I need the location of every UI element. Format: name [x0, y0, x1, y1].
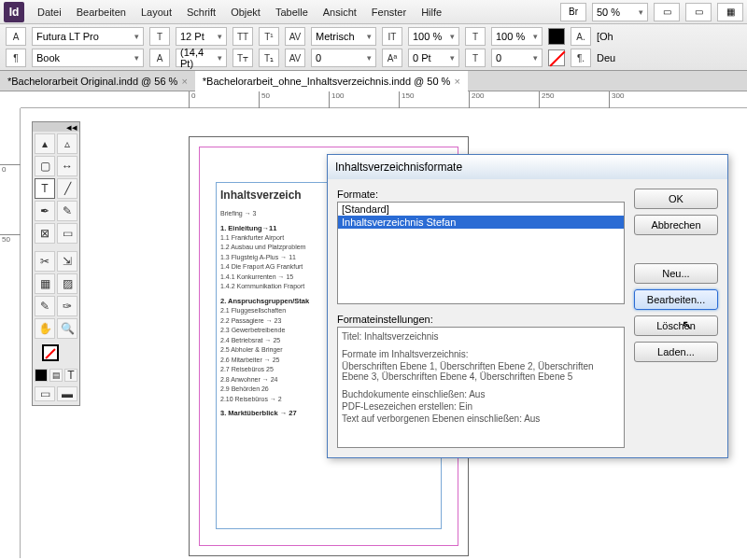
kerning-value: 0: [316, 52, 321, 63]
ok-button[interactable]: OK: [634, 189, 718, 209]
panel-grip[interactable]: ◂◂: [33, 122, 79, 132]
gap-tool-icon[interactable]: ↔: [57, 156, 78, 176]
selection-tool-icon[interactable]: ▴: [35, 133, 55, 154]
kerning-field[interactable]: 0: [311, 49, 376, 67]
leading-field[interactable]: (14,4 Pt): [176, 49, 227, 67]
vscale-field[interactable]: 100 %: [491, 27, 543, 46]
font-size-value: 12 Pt: [180, 31, 204, 42]
new-button[interactable]: Neu...: [634, 263, 718, 284]
horizontal-ruler[interactable]: 0 50 100 150 200 250 300: [21, 91, 747, 108]
menu-schrift[interactable]: Schrift: [179, 0, 223, 24]
type-tool-icon[interactable]: T: [35, 178, 55, 199]
arrange-icon[interactable]: ▦: [717, 3, 743, 21]
font-size-icon: T: [149, 27, 170, 46]
apply-gradient-icon[interactable]: ▤: [49, 369, 63, 382]
zoom-level[interactable]: 50 %: [592, 3, 648, 21]
font-size-field[interactable]: 12 Pt: [176, 27, 227, 46]
menu-hilfe[interactable]: Hilfe: [414, 0, 449, 24]
tracking-icon: AV: [285, 27, 305, 46]
settings-line: Text auf verborgenen Ebenen einschließen…: [342, 413, 620, 424]
edit-button[interactable]: Bearbeiten...: [634, 289, 718, 310]
direct-selection-tool-icon[interactable]: ▵: [57, 133, 78, 154]
doc-tab-2[interactable]: *Bachelorarbeit_ohne_Inhaltsverzeichnis.…: [195, 71, 468, 91]
hand-tool-icon[interactable]: ✋: [35, 318, 55, 339]
tracking-field[interactable]: Metrisch: [311, 27, 376, 46]
menu-bearbeiten[interactable]: Bearbeiten: [69, 0, 134, 24]
fill-color[interactable]: [548, 28, 565, 45]
stroke-swatch[interactable]: [42, 344, 59, 361]
page-tool-icon[interactable]: ▢: [35, 156, 55, 176]
formatting-affects-text-icon[interactable]: T: [64, 369, 78, 382]
gradient-feather-tool-icon[interactable]: ▨: [57, 273, 78, 294]
rectangle-frame-tool-icon[interactable]: ⊠: [35, 223, 55, 244]
note-tool-icon[interactable]: ✎: [35, 296, 55, 316]
fill-stroke-swatch[interactable]: T: [42, 344, 70, 367]
rectangle-tool-icon[interactable]: ▭: [57, 223, 78, 244]
dialog-title: Inhaltsverzeichnisformate: [328, 155, 727, 179]
vertical-ruler[interactable]: 0 50: [0, 108, 21, 558]
screen-mode-icon[interactable]: ▭: [685, 3, 712, 21]
scissors-tool-icon[interactable]: ✂: [35, 251, 55, 272]
list-item[interactable]: [Standard]: [338, 203, 624, 216]
formats-listbox[interactable]: [Standard] Inhaltsverzeichnis Stefan: [337, 202, 625, 304]
zoom-value: 50 %: [597, 7, 620, 18]
allcaps-icon[interactable]: TT: [233, 27, 253, 46]
ruler-tick: 50: [0, 234, 21, 244]
view-mode-icon[interactable]: ▭: [654, 3, 680, 21]
skew-field[interactable]: 0: [491, 49, 543, 67]
free-transform-tool-icon[interactable]: ⇲: [57, 251, 78, 272]
para-style-icon[interactable]: ¶.: [571, 49, 591, 67]
load-button[interactable]: Laden...: [634, 342, 718, 362]
menu-datei[interactable]: Datei: [30, 0, 69, 24]
hscale-value: 100 %: [413, 31, 442, 42]
stroke-color-none[interactable]: [548, 49, 565, 66]
skew-value: 0: [496, 52, 501, 63]
delete-button[interactable]: Löschen: [634, 315, 718, 336]
smallcaps-icon[interactable]: Tᴛ: [233, 49, 253, 67]
doc-tab-2-label: *Bachelorarbeit_ohne_Inhaltsverzeichnis.…: [203, 76, 451, 87]
eyedropper-tool-icon[interactable]: ✑: [57, 296, 78, 316]
char-format-icon[interactable]: A: [6, 27, 26, 46]
settings-line: Überschriften Ebene 1, Überschriften Ebe…: [342, 361, 620, 382]
char-style-icon[interactable]: A.: [571, 27, 591, 46]
normal-view-icon[interactable]: ▭: [35, 386, 55, 401]
menu-fenster[interactable]: Fenster: [364, 0, 414, 24]
superscript-icon[interactable]: T¹: [259, 27, 279, 46]
para-format-icon[interactable]: ¶: [6, 49, 26, 67]
vscale-icon: T: [465, 27, 486, 46]
ruler-tick: 100: [329, 91, 344, 108]
app-logo: Id: [4, 2, 24, 22]
baseline-field[interactable]: 0 Pt: [408, 49, 459, 67]
settings-box: Titel: Inhaltsverzeichnis Formate im Inh…: [337, 327, 625, 448]
apply-color-icon[interactable]: [35, 369, 48, 382]
settings-line: Formate im Inhaltsverzeichnis:: [342, 349, 620, 359]
settings-label: Formateinstellungen:: [337, 314, 625, 325]
settings-line: Buchdokumente einschließen: Aus: [342, 389, 620, 399]
doc-tab-1[interactable]: *Bachelorarbeit Original.indd @ 56 %×: [0, 71, 195, 91]
font-style-field[interactable]: Book: [32, 49, 144, 67]
zoom-tool-icon[interactable]: 🔍: [57, 318, 78, 339]
subscript-icon[interactable]: T₁: [259, 49, 279, 67]
hscale-field[interactable]: 100 %: [408, 27, 459, 46]
settings-line: Titel: Inhaltsverzeichnis: [342, 331, 620, 342]
preview-view-icon[interactable]: ▬: [57, 386, 78, 401]
font-family-field[interactable]: Futura LT Pro: [32, 27, 144, 46]
gradient-swatch-tool-icon[interactable]: ▦: [35, 273, 55, 294]
menubar: Id Datei Bearbeiten Layout Schrift Objek…: [0, 0, 747, 24]
menu-objekt[interactable]: Objekt: [223, 0, 268, 24]
document-tabs: *Bachelorarbeit Original.indd @ 56 %× *B…: [0, 71, 747, 91]
cancel-button[interactable]: Abbrechen: [634, 215, 718, 235]
tool-panel[interactable]: ◂◂ ▴ ▵ ▢ ↔ T ╱ ✒ ✎ ⊠ ▭ ✂ ⇲ ▦ ▨ ✎ ✑ ✋ 🔍 T…: [32, 121, 80, 406]
formats-label: Formate:: [337, 189, 625, 200]
close-icon[interactable]: ×: [181, 76, 187, 87]
pen-tool-icon[interactable]: ✒: [35, 201, 55, 221]
menu-ansicht[interactable]: Ansicht: [316, 0, 364, 24]
menu-layout[interactable]: Layout: [134, 0, 179, 24]
list-item[interactable]: Inhaltsverzeichnis Stefan: [338, 216, 624, 229]
bridge-icon[interactable]: Br: [560, 3, 586, 21]
line-tool-icon[interactable]: ╱: [57, 178, 78, 199]
leading-value: (14,4 Pt): [180, 47, 218, 69]
menu-tabelle[interactable]: Tabelle: [268, 0, 316, 24]
close-icon[interactable]: ×: [454, 76, 459, 87]
pencil-tool-icon[interactable]: ✎: [57, 201, 78, 221]
